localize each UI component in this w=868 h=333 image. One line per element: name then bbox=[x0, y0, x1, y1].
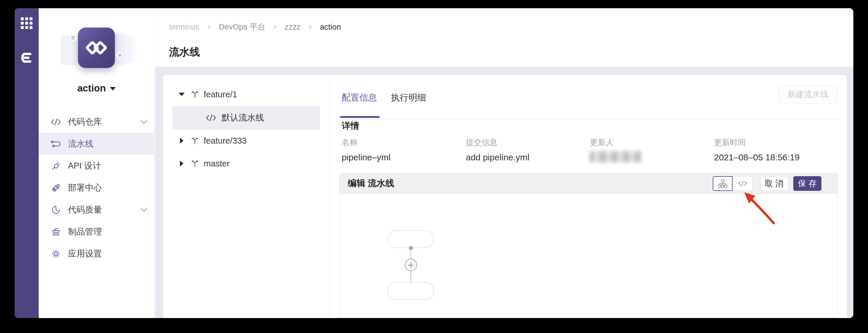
pipeline-editor: 编辑 流水线 bbox=[339, 173, 838, 318]
sidebar-item-label: 代码质量 bbox=[68, 204, 102, 216]
settings-icon bbox=[51, 249, 62, 259]
app-logo bbox=[59, 26, 135, 73]
field-value: pipeline–yml bbox=[342, 152, 466, 162]
app-grid-icon[interactable] bbox=[21, 17, 33, 29]
sidebar-item-app-settings[interactable]: 应用设置 bbox=[39, 243, 154, 265]
tree-branch-label: feature/333 bbox=[204, 136, 247, 146]
pipeline-stage-node[interactable] bbox=[388, 230, 434, 248]
code-repo-icon bbox=[51, 117, 62, 127]
breadcrumb-item-app[interactable]: action bbox=[320, 23, 341, 32]
breadcrumb-separator-icon: › bbox=[274, 22, 277, 32]
field-label: 提交信息 bbox=[466, 137, 590, 148]
tree-item-label: 默认流水线 bbox=[221, 112, 264, 124]
details-fields: 名称 pipeline–yml 提交信息 add pipeline.yml 更新… bbox=[342, 137, 838, 162]
tab-config-info[interactable]: 配置信息 bbox=[342, 92, 377, 118]
sidebar-item-code-quality[interactable]: 代码质量 bbox=[39, 199, 154, 221]
sidebar-item-pipeline[interactable]: 流水线 bbox=[39, 133, 154, 155]
connector-dot bbox=[409, 246, 413, 250]
app-switcher[interactable]: action bbox=[39, 83, 154, 94]
app-switcher-name: action bbox=[78, 83, 106, 93]
erda-badge-icon bbox=[69, 34, 77, 42]
tree-branch-master[interactable]: master bbox=[163, 156, 230, 171]
main-area: feature/1 默认流水线 feature/333 bbox=[155, 66, 854, 318]
tree-branch-label: feature/1 bbox=[204, 90, 237, 99]
sidebar-item-label: 应用设置 bbox=[68, 248, 102, 260]
sidebar-item-label: 代码仓库 bbox=[68, 116, 102, 128]
graph-view-button[interactable] bbox=[713, 176, 733, 191]
sidebar-menu: 代码仓库 流水线 API 设计 部署 bbox=[39, 111, 154, 265]
pipeline-canvas bbox=[340, 194, 838, 318]
caret-expanded-icon[interactable] bbox=[177, 93, 186, 96]
pipeline-icon bbox=[51, 139, 62, 149]
app-logo-tile bbox=[78, 28, 115, 68]
erda-logo-icon[interactable] bbox=[20, 52, 33, 63]
cancel-button[interactable]: 取 消 bbox=[760, 176, 788, 191]
app-window: action 代码仓库 流水线 bbox=[14, 8, 854, 318]
tree-branch-label: master bbox=[204, 159, 230, 169]
pipeline-card: feature/1 默认流水线 feature/333 bbox=[163, 75, 847, 318]
quality-icon bbox=[51, 205, 62, 215]
page-title: 流水线 bbox=[169, 45, 200, 59]
field-label: 名称 bbox=[342, 137, 466, 148]
breadcrumb: terminus › DevOps 平台 › zzzz › action bbox=[169, 22, 341, 32]
code-file-icon bbox=[205, 114, 217, 122]
view-mode-switch bbox=[713, 176, 752, 191]
git-branch-icon bbox=[190, 136, 199, 145]
field-name: 名称 pipeline–yml bbox=[342, 137, 466, 162]
app-switcher-caret-icon bbox=[110, 87, 116, 91]
caret-collapsed-icon[interactable] bbox=[177, 161, 186, 166]
tree-item-default-pipeline[interactable]: 默认流水线 bbox=[172, 106, 320, 129]
breadcrumb-separator-icon: › bbox=[208, 22, 211, 32]
sidebar-item-label: 制品管理 bbox=[68, 226, 102, 238]
new-pipeline-button[interactable]: 新建流水线 bbox=[778, 85, 838, 103]
updated-by-value-redacted bbox=[590, 151, 641, 162]
tab-execution-detail[interactable]: 执行明细 bbox=[391, 92, 426, 118]
field-commit-message: 提交信息 add pipeline.yml bbox=[466, 137, 590, 162]
sidebar-item-deploy-center[interactable]: 部署中心 bbox=[39, 177, 154, 199]
sidebar-item-api-design[interactable]: API 设计 bbox=[39, 155, 154, 177]
field-value: 2021–08–05 18:56:19 bbox=[714, 152, 838, 162]
app-sidebar: action 代码仓库 流水线 bbox=[39, 8, 155, 318]
api-design-icon bbox=[51, 161, 62, 171]
pipeline-detail-region: 配置信息 执行明细 新建流水线 详情 名称 pipeline–yml 提交信息 … bbox=[330, 75, 847, 318]
breadcrumb-item-org[interactable]: terminus bbox=[169, 23, 199, 32]
add-stage-button[interactable] bbox=[405, 259, 417, 271]
code-view-button[interactable] bbox=[733, 176, 752, 191]
logo-diamond-icon bbox=[93, 40, 108, 55]
breadcrumb-item-project[interactable]: zzzz bbox=[285, 23, 301, 32]
sidebar-item-label: 流水线 bbox=[68, 138, 93, 150]
deploy-icon bbox=[51, 183, 62, 193]
pipeline-stage-node[interactable] bbox=[388, 282, 434, 300]
tree-branch-feature-333[interactable]: feature/333 bbox=[163, 133, 247, 148]
breadcrumb-separator-icon: › bbox=[309, 22, 312, 32]
breadcrumb-item-platform[interactable]: DevOps 平台 bbox=[219, 22, 266, 32]
git-branch-icon bbox=[190, 90, 199, 99]
field-updated-time: 更新时间 2021–08–05 18:56:19 bbox=[714, 137, 838, 162]
sidebar-item-artifacts[interactable]: 制品管理 bbox=[39, 221, 154, 243]
content-header: terminus › DevOps 平台 › zzzz › action 流水线 bbox=[155, 8, 854, 66]
artifacts-icon bbox=[51, 227, 62, 237]
platform-rail bbox=[14, 8, 39, 318]
field-label: 更新时间 bbox=[714, 137, 838, 148]
field-updated-by: 更新人 bbox=[590, 137, 714, 162]
chevron-down-icon bbox=[141, 208, 147, 212]
detail-tabs: 配置信息 执行明细 bbox=[342, 92, 426, 118]
tabs-divider bbox=[342, 119, 838, 119]
caret-collapsed-icon[interactable] bbox=[177, 138, 186, 144]
editor-actions: 取 消 保 存 bbox=[713, 176, 822, 191]
sidebar-item-label: 部署中心 bbox=[68, 182, 102, 194]
field-label: 更新人 bbox=[590, 137, 714, 148]
details-heading: 详情 bbox=[342, 120, 359, 132]
save-button[interactable]: 保 存 bbox=[793, 176, 822, 191]
field-value: add pipeline.yml bbox=[466, 152, 590, 162]
editor-header: 编辑 流水线 bbox=[340, 173, 838, 194]
editor-title: 编辑 流水线 bbox=[348, 177, 394, 189]
screen: { "breadcrumb": { "sep": "›", "items": [… bbox=[0, 0, 868, 333]
chevron-down-icon bbox=[141, 120, 147, 124]
sidebar-item-code-repo[interactable]: 代码仓库 bbox=[39, 111, 154, 133]
tree-branch-feature-1[interactable]: feature/1 bbox=[163, 87, 237, 102]
git-branch-icon bbox=[190, 159, 199, 168]
sidebar-item-label: API 设计 bbox=[68, 160, 101, 172]
erda-badge-icon bbox=[116, 52, 124, 59]
